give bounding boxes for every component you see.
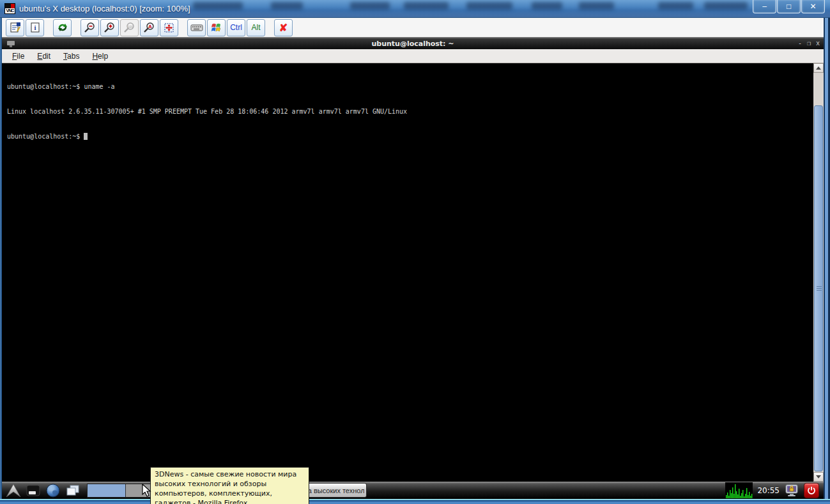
terminal-titlebar[interactable]: ubuntu@localhost: ~ - ❐ x: [2, 38, 824, 49]
alt-key-label: Alt: [251, 23, 260, 32]
keyboard-icon: [190, 22, 203, 33]
glass-reflection: [658, 2, 693, 10]
connection-options-button[interactable]: [6, 19, 24, 36]
vnc-viewer-window: VNC ubuntu's X desktop (localhost:0) [zo…: [0, 0, 830, 504]
vnc-app-icon: VNC: [4, 3, 15, 14]
send-ctrl-alt-del-button[interactable]: [207, 19, 226, 36]
close-button[interactable]: ✕: [801, 0, 825, 13]
full-screen-button[interactable]: [160, 19, 178, 36]
terminal-close-button[interactable]: x: [816, 40, 820, 47]
scroll-down-button[interactable]: [813, 472, 824, 482]
file-device-icon[interactable]: [25, 483, 42, 498]
arrow-up-icon: [816, 66, 821, 70]
glass-reflection: [704, 2, 748, 10]
glass-reflection: [271, 2, 303, 10]
svg-text:A: A: [148, 24, 152, 29]
scrollbar-grip-icon: [817, 286, 822, 291]
disconnect-x-icon: ✘: [279, 22, 288, 34]
terminal-text: ubuntu@localhost:~$ uname -a Linux local…: [7, 66, 407, 157]
ctrl-key-button[interactable]: Ctrl: [227, 19, 245, 36]
shutdown-button[interactable]: [804, 483, 819, 498]
lock-screen-button[interactable]: [784, 483, 799, 498]
terminal-menubar: File Edit Tabs Help: [2, 49, 824, 63]
refresh-button[interactable]: [53, 19, 72, 36]
terminal-prompt-line: ubuntu@localhost:~$: [7, 132, 407, 141]
firefox-tooltip: 3DNews - самые свежие новости мира высок…: [150, 467, 309, 504]
window-pager-icon[interactable]: [65, 483, 81, 498]
menu-file[interactable]: File: [7, 50, 29, 62]
terminal-title: ubuntu@localhost: ~: [2, 40, 824, 48]
full-screen-icon: [163, 22, 175, 34]
scrollbar-thumb[interactable]: [814, 105, 823, 471]
windows-logo-icon: [211, 22, 222, 33]
web-browser-globe-icon[interactable]: [45, 483, 61, 498]
svg-text:100: 100: [128, 24, 134, 28]
menu-tabs[interactable]: Tabs: [58, 50, 84, 62]
alt-key-button[interactable]: Alt: [247, 19, 265, 36]
glass-reflection: [193, 2, 243, 10]
info-page-icon: i: [29, 22, 41, 33]
window-controls: – □ ✕: [752, 0, 825, 13]
arrow-down-icon: [816, 475, 821, 478]
window-title: ubuntu's X desktop (localhost:0) [zoom: …: [19, 4, 190, 13]
zoom-out-icon: [84, 22, 96, 34]
window-titlebar: VNC ubuntu's X desktop (localhost:0) [zo…: [0, 0, 830, 18]
send-key-combo-button[interactable]: [187, 19, 206, 36]
connection-info-button[interactable]: i: [26, 19, 44, 36]
desktop-taskbar: 3DNews - самые свежие новости мира высок…: [2, 482, 824, 499]
menu-edit[interactable]: Edit: [32, 50, 56, 62]
zoom-auto-button[interactable]: A: [140, 19, 158, 36]
glass-reflection: [466, 2, 512, 10]
terminal-restore-button[interactable]: ❐: [807, 40, 811, 47]
glass-reflection: [350, 2, 390, 10]
terminal-content[interactable]: ubuntu@localhost:~$ uname -a Linux local…: [2, 63, 824, 482]
menu-logo-icon[interactable]: [5, 483, 22, 498]
glass-reflection: [404, 2, 449, 10]
cpu-monitor-graph: [725, 482, 753, 498]
terminal-line: ubuntu@localhost:~$ uname -a: [7, 82, 407, 91]
window-border-right: [824, 18, 830, 499]
terminal-scrollbar[interactable]: [813, 63, 824, 482]
zoom-in-icon: [104, 22, 116, 34]
terminal-minimize-button[interactable]: -: [798, 40, 802, 47]
zoom-100-button[interactable]: 100: [120, 19, 139, 36]
remote-desktop: ubuntu@localhost: ~ - ❐ x File Edit Tabs…: [2, 38, 824, 499]
clock: 20:55: [757, 486, 780, 495]
terminal-line: Linux localhost 2.6.35.11-307005+ #1 SMP…: [7, 107, 407, 116]
refresh-icon: [57, 22, 68, 33]
svg-text:i: i: [34, 24, 36, 31]
properties-page-icon: [10, 22, 21, 33]
mouse-cursor-icon: [141, 484, 153, 500]
zoom-out-button[interactable]: [81, 19, 99, 36]
disconnect-button[interactable]: ✘: [274, 19, 293, 36]
zoom-in-button[interactable]: [100, 19, 119, 36]
scroll-up-button[interactable]: [813, 63, 824, 73]
window-border-bottom: [0, 499, 830, 504]
vnc-toolbar: i: [2, 18, 828, 38]
zoom-auto-icon: A: [143, 22, 155, 34]
lock-screen-icon: [784, 483, 799, 498]
ctrl-key-label: Ctrl: [230, 23, 242, 32]
window-border-left: [0, 18, 2, 499]
power-icon: [807, 486, 816, 495]
system-tray: 20:55: [725, 482, 819, 498]
menu-help[interactable]: Help: [87, 50, 113, 62]
terminal-window-controls: - ❐ x: [798, 40, 820, 47]
glass-reflection: [532, 2, 562, 10]
terminal-cursor: [84, 133, 88, 140]
glass-reflection: [579, 2, 614, 10]
zoom-100-icon: 100: [123, 22, 135, 34]
maximize-button[interactable]: □: [777, 0, 801, 13]
workspace-1[interactable]: [88, 484, 126, 497]
minimize-button[interactable]: –: [753, 0, 776, 13]
